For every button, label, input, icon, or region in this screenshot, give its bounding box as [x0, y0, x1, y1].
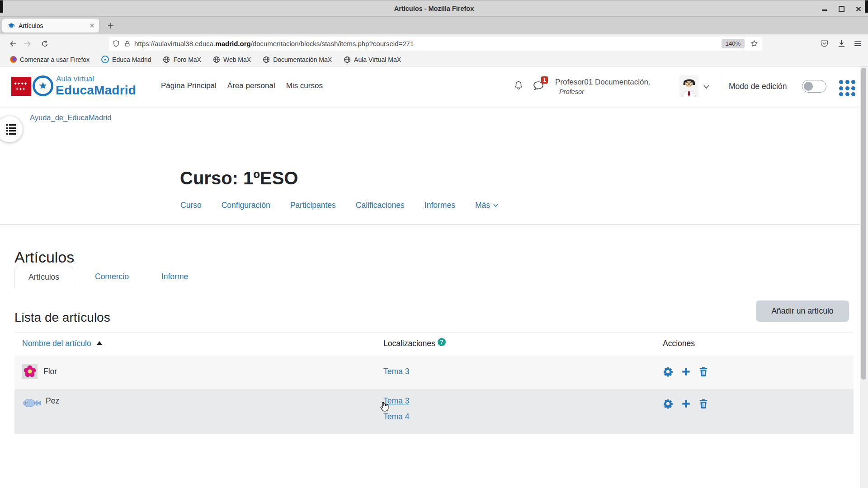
add-location-button[interactable] [681, 399, 691, 409]
window-title: Artículos - Mozilla Firefox [0, 0, 868, 17]
close-icon [856, 6, 861, 12]
bookmarks-bar: Comenzar a usar Firefox Educa Madrid For… [0, 53, 868, 66]
site-header: Aula virtual EducaMadrid Página Principa… [0, 66, 868, 107]
help-icon[interactable]: ? [438, 338, 446, 346]
trash-icon [699, 399, 708, 409]
madrid-flag-logo[interactable] [11, 77, 31, 96]
brand-line2[interactable]: EducaMadrid [56, 83, 136, 98]
course-nav: Curso Configuración Participantes Califi… [180, 201, 498, 210]
bookmark-star-icon[interactable] [750, 39, 759, 48]
tab-title: Artículos [19, 22, 88, 29]
breadcrumb-link[interactable]: Ayuda_de_EducaMadrid [30, 113, 111, 122]
back-button[interactable] [6, 34, 20, 53]
add-item-button[interactable]: Añadir un artículo [756, 300, 849, 322]
shield-icon[interactable] [113, 40, 120, 47]
course-nav-mas[interactable]: Más [475, 201, 498, 210]
url-text[interactable]: https://aulavirtual38.educa.madrid.org/d… [134, 40, 722, 47]
course-nav-configuracion[interactable]: Configuración [222, 201, 270, 210]
edit-item-button[interactable] [663, 366, 673, 377]
minimize-button[interactable] [821, 6, 827, 12]
nav-pagina-principal[interactable]: Página Principal [161, 81, 217, 90]
forward-button[interactable] [21, 34, 34, 53]
edit-item-button[interactable] [663, 399, 673, 409]
user-menu-chevron-icon[interactable] [703, 85, 709, 89]
delete-item-button[interactable] [699, 399, 708, 409]
list-heading: Lista de artículos [14, 310, 110, 325]
sort-by-name-link[interactable]: Nombre del artículo [22, 339, 91, 348]
window-titlebar: Artículos - Mozilla Firefox [0, 0, 868, 17]
page-content: Aula virtual EducaMadrid Página Principa… [0, 66, 868, 488]
tab-close-button[interactable] [88, 22, 95, 29]
bookmark-label: Aula Virtual MaX [354, 56, 401, 63]
globe-icon [163, 56, 170, 63]
tab-articulos[interactable]: Artículos [14, 266, 73, 288]
bookmark-item[interactable]: Aula Virtual MaX [344, 56, 401, 63]
globe-icon [263, 56, 270, 63]
back-icon [9, 40, 18, 48]
pocket-button[interactable] [817, 34, 831, 53]
bookmark-item[interactable]: Foro MaX [163, 56, 201, 63]
user-avatar[interactable] [679, 75, 698, 97]
bookmark-item[interactable]: Documentación MaX [263, 56, 332, 63]
course-nav-curso[interactable]: Curso [180, 201, 202, 210]
bookmark-item[interactable]: Educa Madrid [101, 56, 151, 63]
course-index-toggle[interactable] [0, 116, 23, 142]
gear-icon [663, 366, 673, 377]
edit-mode-label: Modo de edición [729, 82, 787, 91]
browser-tab[interactable]: Artículos [2, 19, 99, 33]
bell-icon [514, 80, 524, 91]
bookmark-label: Educa Madrid [112, 56, 151, 63]
mas-label: Más [475, 201, 490, 210]
messages-badge: 1 [541, 76, 548, 84]
stash-heading: Artículos [14, 249, 74, 266]
app-menu-button[interactable] [851, 34, 864, 53]
user-name[interactable]: Profesor01 Documentación. [555, 78, 651, 87]
zoom-level-badge[interactable]: 140% [722, 39, 745, 48]
item-name: Flor [43, 367, 57, 376]
notifications-button[interactable] [514, 80, 524, 91]
col-acciones: Acciones [663, 339, 695, 348]
scrollbar-thumb[interactable] [861, 68, 866, 380]
nav-mis-cursos[interactable]: Mis cursos [286, 81, 323, 90]
list-icon [6, 124, 16, 136]
add-location-button[interactable] [681, 366, 691, 377]
url-bar[interactable]: https://aulavirtual38.educa.madrid.org/d… [109, 37, 762, 51]
tab-comercio[interactable]: Comercio [83, 266, 141, 288]
downloads-button[interactable] [835, 34, 848, 53]
bookmark-label: Documentación MaX [273, 56, 332, 63]
section-divider [0, 224, 868, 225]
bookmark-item[interactable]: Comenzar a usar Firefox [10, 56, 90, 63]
table-row: Pez Tema 3 Tema 4 [14, 389, 854, 434]
items-table: Nombre del artículo Localizaciones ? Acc… [14, 332, 854, 434]
firefox-icon [10, 56, 17, 63]
course-nav-participantes[interactable]: Participantes [290, 201, 336, 210]
table-row: Flor Tema 3 [14, 355, 854, 389]
delete-item-button[interactable] [699, 366, 708, 377]
close-button[interactable] [855, 6, 862, 12]
trash-icon [699, 366, 708, 377]
educamadrid-logo[interactable] [33, 75, 53, 96]
lock-icon[interactable] [124, 40, 131, 47]
edit-mode-toggle[interactable] [802, 80, 826, 93]
bookmark-label: Comenzar a usar Firefox [20, 56, 90, 63]
fish-icon [22, 396, 42, 410]
plus-icon [108, 23, 114, 29]
sort-asc-icon [97, 341, 102, 345]
gear-icon [663, 399, 673, 409]
nav-area-personal[interactable]: Área personal [227, 81, 275, 90]
apps-grid-button[interactable] [839, 80, 857, 98]
new-tab-button[interactable] [104, 19, 118, 33]
col-localizaciones: Localizaciones [383, 339, 435, 348]
browser-toolbar: https://aulavirtual38.educa.madrid.org/d… [0, 34, 868, 53]
chevron-down-icon [493, 204, 498, 207]
bookmark-item[interactable]: Web MaX [213, 56, 251, 63]
forward-icon [23, 40, 32, 48]
toggle-knob [804, 82, 813, 91]
maximize-button[interactable] [838, 6, 844, 12]
course-nav-calificaciones[interactable]: Calificaciones [356, 201, 405, 210]
tab-bar: Artículos [0, 17, 868, 34]
course-nav-informes[interactable]: Informes [425, 201, 455, 210]
tab-informe[interactable]: Informe [150, 266, 200, 288]
location-link[interactable]: Tema 3 [383, 364, 409, 380]
reload-button[interactable] [38, 34, 52, 53]
